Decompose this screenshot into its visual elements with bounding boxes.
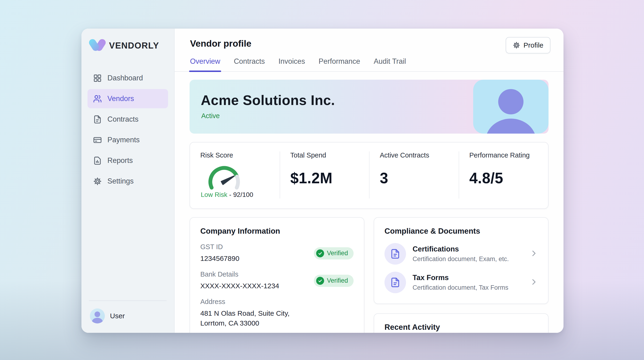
stat-risk-score: Risk Score Low Risk - 92/100 xyxy=(190,151,280,199)
sidebar-item-payments[interactable]: Payments xyxy=(88,130,168,149)
card-title: Recent Activity xyxy=(384,323,538,332)
document-icon xyxy=(384,272,406,293)
tab-overview[interactable]: Overview xyxy=(190,57,220,71)
card-title: Compliance & Documents xyxy=(384,227,538,236)
doc-title: Certifications xyxy=(412,245,523,253)
user-name: User xyxy=(110,312,125,320)
main-area: Vendor profile Profile Overview Contract… xyxy=(174,29,564,333)
right-column: Compliance & Documents Certifications Ce… xyxy=(374,217,548,333)
field-value-line2: Lorrtom, CA 33000 xyxy=(200,318,354,328)
sidebar-item-label: Reports xyxy=(108,156,133,165)
chevron-right-icon[interactable] xyxy=(530,278,538,287)
page-background: VENDORLY Dashboard Vendors Contracts P xyxy=(0,0,644,360)
sidebar-item-label: Dashboard xyxy=(108,74,143,82)
compliance-documents-card: Compliance & Documents Certifications Ce… xyxy=(374,217,548,304)
dashboard-icon xyxy=(93,74,102,83)
stat-total-spend: Total Spend $1.2M xyxy=(280,151,369,199)
stat-label: Total Spend xyxy=(290,151,359,159)
page-title: Vendor profile xyxy=(190,39,550,49)
tab-bar: Overview Contracts Invoices Performance … xyxy=(174,57,564,72)
file-chart-icon xyxy=(93,156,102,165)
users-icon xyxy=(93,94,102,103)
sidebar: VENDORLY Dashboard Vendors Contracts P xyxy=(82,29,174,333)
vendor-hero-banner: Acme Solutions Inc. Active xyxy=(190,80,548,134)
field-label: Bank Details xyxy=(200,270,314,278)
doc-subtitle: Certification document, Tax Forms xyxy=(412,284,523,291)
user-profile[interactable]: User xyxy=(88,307,168,325)
verified-badge: Verified xyxy=(314,275,354,287)
check-icon xyxy=(316,277,324,285)
vendorly-logo-icon xyxy=(90,38,105,53)
file-text-icon xyxy=(93,115,102,124)
tab-audit-trail[interactable]: Audit Trail xyxy=(374,57,406,71)
field-label: Address xyxy=(200,298,354,306)
field-value: XXXX-XXXX-XXXX-1234 xyxy=(200,281,314,291)
tab-invoices[interactable]: Invoices xyxy=(278,57,305,71)
field-value-line1: 481 N Olas Road, Suite City, xyxy=(200,308,354,318)
profile-button-label: Profile xyxy=(524,41,544,49)
verified-badge: Verified xyxy=(314,247,354,259)
sidebar-item-settings[interactable]: Settings xyxy=(88,171,168,191)
sidebar-item-vendors[interactable]: Vendors xyxy=(88,89,168,108)
vendor-avatar xyxy=(473,80,548,134)
stat-active-contracts: Active Contracts 3 xyxy=(369,151,459,199)
app-window: VENDORLY Dashboard Vendors Contracts P xyxy=(82,29,564,333)
compliance-item-certifications[interactable]: Certifications Certification document, E… xyxy=(384,243,538,265)
chevron-right-icon[interactable] xyxy=(530,249,538,258)
stat-value: 3 xyxy=(380,169,448,187)
stat-label: Active Contracts xyxy=(380,151,448,159)
content: Acme Solutions Inc. Active Risk Score xyxy=(174,72,564,333)
sidebar-item-contracts[interactable]: Contracts xyxy=(88,110,168,129)
sidebar-divider xyxy=(89,300,166,301)
compliance-item-tax-forms[interactable]: Tax Forms Certification document, Tax Fo… xyxy=(384,272,538,293)
gear-icon xyxy=(513,42,520,49)
sidebar-item-label: Vendors xyxy=(108,94,134,103)
tab-performance[interactable]: Performance xyxy=(319,57,360,71)
recent-activity-card: Recent Activity Recent not Activity 3 mi… xyxy=(374,313,548,333)
sidebar-item-label: Settings xyxy=(108,177,134,186)
stat-value: 4.8/5 xyxy=(470,169,538,187)
sidebar-item-reports[interactable]: Reports xyxy=(88,151,168,170)
user-avatar xyxy=(90,308,105,323)
doc-subtitle: Certification document, Exam, etc. xyxy=(412,255,523,263)
check-icon xyxy=(316,249,324,257)
field-gst-id: GST ID 1234567890 Verified xyxy=(200,243,354,263)
stat-value: $1.2M xyxy=(290,169,359,187)
sidebar-item-label: Payments xyxy=(108,136,140,144)
sidebar-item-dashboard[interactable]: Dashboard xyxy=(88,68,168,88)
stats-card: Risk Score Low Risk - 92/100 Total Spend xyxy=(190,142,548,209)
risk-caption: Low Risk - 92/100 xyxy=(201,191,248,199)
main-header: Vendor profile xyxy=(174,29,564,49)
document-icon xyxy=(384,243,406,265)
tab-contracts[interactable]: Contracts xyxy=(234,57,265,71)
field-value: 1234567890 xyxy=(200,254,314,263)
field-bank-details: Bank Details XXXX-XXXX-XXXX-1234 Verifie… xyxy=(200,270,354,291)
brand-name: VENDORLY xyxy=(109,41,159,51)
credit-card-icon xyxy=(93,136,102,144)
card-title: Company Information xyxy=(200,227,354,236)
stat-performance-rating: Performance Rating 4.8/5 xyxy=(459,151,548,199)
field-address: Address 481 N Olas Road, Suite City, Lor… xyxy=(200,298,354,328)
brand: VENDORLY xyxy=(88,38,168,53)
stat-label: Risk Score xyxy=(200,151,269,159)
field-label: GST ID xyxy=(200,243,314,251)
gear-icon xyxy=(93,177,102,186)
stat-label: Performance Rating xyxy=(470,151,538,159)
company-information-card: Company Information GST ID 1234567890 Ve… xyxy=(190,217,364,333)
profile-button[interactable]: Profile xyxy=(506,37,550,53)
risk-gauge-icon xyxy=(202,160,246,190)
sidebar-nav: Dashboard Vendors Contracts Payments Rep… xyxy=(88,68,168,191)
doc-title: Tax Forms xyxy=(412,274,523,282)
sidebar-item-label: Contracts xyxy=(108,115,138,123)
